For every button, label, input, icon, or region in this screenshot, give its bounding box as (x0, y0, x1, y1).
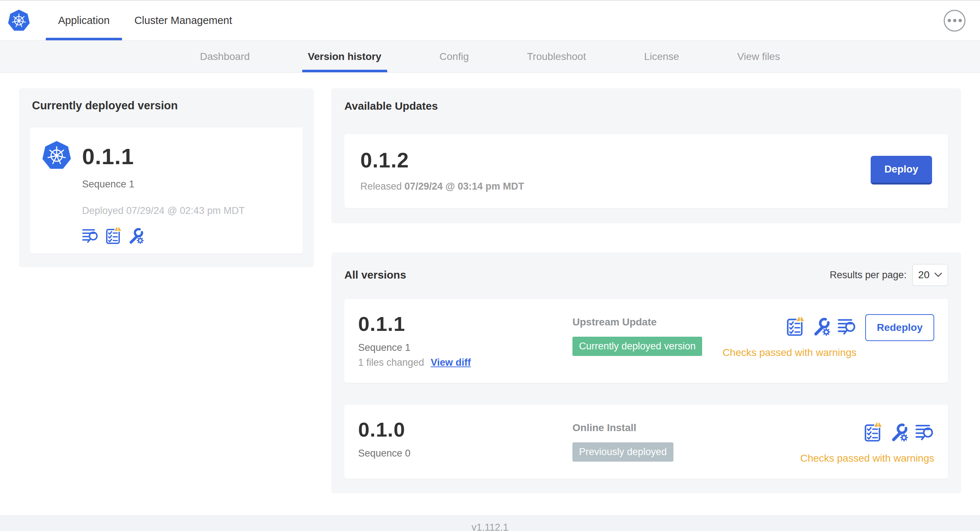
subnav-dashboard[interactable]: Dashboard (194, 41, 256, 72)
all-versions-header: All versions Results per page: 20 (344, 264, 948, 286)
version-actions: Checks passed with warnings (800, 418, 934, 464)
redeploy-button[interactable]: Redeploy (865, 314, 934, 341)
update-version-number: 0.1.2 (360, 148, 524, 172)
version-sequence: Sequence 1 (358, 342, 573, 353)
version-action-icons (785, 317, 856, 336)
app-kubernetes-logo-icon (41, 140, 72, 173)
available-updates-title: Available Updates (344, 100, 948, 112)
results-per-page-value: 20 (918, 269, 929, 281)
view-diff-link[interactable]: View diff (431, 357, 471, 368)
subnav-license-label: License (644, 51, 679, 62)
released-prefix: Released (360, 181, 402, 192)
deployed-action-icons (82, 227, 291, 244)
preflight-status-text: Checks passed with warnings (800, 453, 934, 464)
subnav-troubleshoot-label: Troubleshoot (527, 51, 586, 62)
tab-cluster-management-label: Cluster Management (134, 14, 232, 27)
version-source-type: Online Install (573, 422, 793, 434)
files-changed-row: 1 files changed View diff (358, 357, 573, 368)
app-header: Application Cluster Management (0, 1, 980, 41)
subnav-view-files[interactable]: View files (732, 41, 786, 72)
tab-application[interactable]: Application (46, 1, 122, 40)
released-date: 07/29/24 @ 03:14 pm MDT (405, 181, 524, 192)
subnav-view-files-label: View files (737, 51, 780, 62)
subnav-dashboard-label: Dashboard (200, 51, 250, 62)
preflight-status-text: Checks passed with warnings (722, 347, 856, 358)
update-info: 0.1.2 Released 07/29/24 @ 03:14 pm MDT (360, 148, 524, 192)
header-tabs: Application Cluster Management (46, 1, 245, 40)
currently-deployed-card: Currently deployed version 0.1.1 Sequenc… (19, 88, 314, 267)
deployed-timestamp: Deployed 07/29/24 @ 02:43 pm MDT (82, 205, 291, 216)
all-versions-title: All versions (344, 269, 406, 281)
tab-application-label: Application (58, 14, 110, 27)
update-released-timestamp: Released 07/29/24 @ 03:14 pm MDT (360, 181, 524, 192)
main-content: Currently deployed version 0.1.1 Sequenc… (0, 73, 980, 515)
ellipsis-menu-button[interactable] (944, 10, 966, 32)
version-source-block: Upstream Update Currently deployed versi… (573, 312, 715, 356)
ellipsis-dot (948, 19, 951, 22)
ellipsis-dot (959, 19, 962, 22)
currently-deployed-title: Currently deployed version (30, 99, 303, 112)
files-changed-count: 1 files changed (358, 357, 424, 368)
version-info: 0.1.1 Sequence 1 1 files changed View di… (358, 312, 573, 368)
app-subnav: Dashboard Version history Config Trouble… (0, 41, 980, 73)
app-footer: v1.112.1 (0, 515, 980, 531)
version-status-badge: Currently deployed version (573, 337, 702, 356)
version-source-type: Upstream Update (573, 316, 715, 328)
version-info: 0.1.0 Sequence 0 (358, 418, 573, 459)
active-tab-underline (46, 38, 122, 40)
deployed-version-panel: 0.1.1 Sequence 1 Deployed 07/29/24 @ 02:… (30, 127, 303, 253)
preflight-checks-warning-icon[interactable] (785, 317, 804, 336)
deploy-button[interactable]: Deploy (871, 156, 932, 184)
all-versions-card: All versions Results per page: 20 (331, 253, 961, 493)
active-subnav-underline (302, 70, 387, 72)
deployed-sequence: Sequence 1 (82, 179, 291, 190)
version-source-block: Online Install Previously deployed (573, 418, 793, 462)
page: Application Cluster Management Dashboard… (0, 0, 980, 531)
tab-cluster-management[interactable]: Cluster Management (122, 1, 245, 40)
preflight-checks-warning-icon[interactable] (863, 423, 882, 442)
diff-view-icon[interactable] (838, 317, 856, 336)
kubernetes-logo-icon (7, 9, 30, 33)
subnav-troubleshoot[interactable]: Troubleshoot (521, 41, 592, 72)
preflight-checks-warning-icon[interactable] (105, 227, 121, 244)
subnav-config-label: Config (439, 51, 469, 62)
subnav-version-history[interactable]: Version history (302, 41, 387, 72)
config-edit-icon[interactable] (127, 227, 144, 244)
config-edit-icon[interactable] (889, 423, 908, 442)
subnav-config[interactable]: Config (434, 41, 475, 72)
brand (7, 1, 30, 40)
diff-view-icon[interactable] (915, 423, 934, 442)
version-actions: Checks passed with warnings Redeploy (722, 312, 934, 358)
subnav-license[interactable]: License (638, 41, 685, 72)
results-per-page-label: Results per page: (830, 270, 907, 281)
version-row: 0.1.0 Sequence 0 Online Install Previous… (344, 405, 948, 479)
results-per-page: Results per page: 20 (830, 264, 948, 286)
version-row: 0.1.1 Sequence 1 1 files changed View di… (344, 299, 948, 383)
version-sequence: Sequence 0 (358, 448, 573, 459)
ellipsis-dot (953, 19, 956, 22)
subnav-version-history-label: Version history (308, 51, 382, 62)
diff-view-icon[interactable] (82, 227, 99, 244)
results-per-page-select[interactable]: 20 (912, 264, 948, 286)
available-updates-card: Available Updates 0.1.2 Released 07/29/2… (331, 88, 961, 223)
update-row: 0.1.2 Released 07/29/24 @ 03:14 pm MDT D… (344, 134, 948, 208)
right-column: Available Updates 0.1.2 Released 07/29/2… (331, 88, 961, 493)
deployed-version-number: 0.1.1 (82, 143, 134, 169)
version-status-badge: Previously deployed (573, 442, 673, 462)
chevron-down-icon (934, 272, 942, 278)
version-number: 0.1.0 (358, 418, 573, 441)
version-number: 0.1.1 (358, 312, 573, 335)
config-edit-icon[interactable] (811, 317, 830, 336)
version-action-icons (863, 423, 934, 442)
console-version: v1.112.1 (471, 522, 509, 531)
